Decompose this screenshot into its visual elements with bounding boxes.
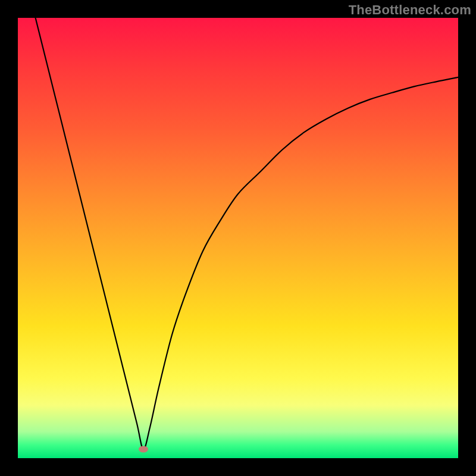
chart-frame: TheBottleneck.com [0, 0, 476, 476]
curve-svg [18, 18, 458, 458]
watermark-text: TheBottleneck.com [349, 2, 471, 18]
gradient-plot-area [18, 18, 458, 458]
bottleneck-curve [36, 18, 458, 449]
minimum-marker [139, 446, 148, 453]
